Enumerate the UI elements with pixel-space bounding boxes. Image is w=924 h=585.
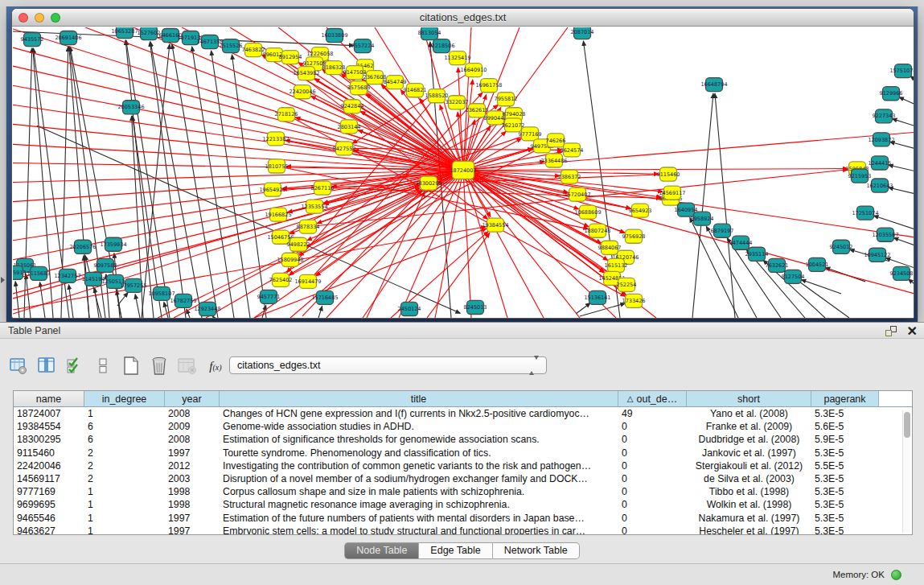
graph-node[interactable]: 20206576	[69, 240, 96, 253]
graph-node[interactable]: 2087014	[571, 27, 594, 39]
network-window[interactable]: citations_edges.txt 89601288912954122260…	[11, 8, 914, 319]
table-row[interactable]: 1830029562008Estimation of significance …	[14, 433, 912, 446]
graph-node[interactable]: 2450124	[398, 302, 421, 315]
graph-node[interactable]: 7625402	[269, 273, 293, 286]
graph-node[interactable]: 20053346	[117, 101, 144, 114]
graph-node[interactable]: 9245012	[830, 240, 853, 253]
graph-node[interactable]: 1527602	[138, 27, 161, 40]
graph-node[interactable]: 16648794	[700, 78, 727, 92]
column-header-title[interactable]: title	[220, 391, 618, 406]
graph-node[interactable]: 8186328	[322, 61, 346, 75]
table-row[interactable]: 946362711997Embryonic stem cells: a mode…	[14, 525, 912, 535]
graph-node[interactable]: 10688609	[574, 205, 601, 219]
table-row[interactable]: 1872400712008Changes of HCN gene express…	[14, 407, 912, 420]
graph-node[interactable]: 15136141	[584, 290, 610, 304]
graph-node[interactable]: 12213382	[262, 132, 289, 146]
graph-node[interactable]: 23364486	[540, 154, 567, 167]
graph-node[interactable]: 8958924	[691, 212, 714, 225]
tab-edge-table[interactable]: Edge Table	[418, 542, 491, 559]
graph-node[interactable]: 8878334	[297, 220, 320, 233]
table-panel-titlebar[interactable]: Table Panel ✕	[0, 322, 924, 339]
graph-node[interactable]: 11325419	[444, 51, 470, 65]
graph-node[interactable]: 7463822	[242, 43, 265, 57]
graph-node[interactable]: 9242844	[341, 100, 364, 113]
graph-node[interactable]: 17251074	[852, 206, 878, 220]
graph-node[interactable]: 7955812	[495, 93, 518, 106]
graph-node[interactable]: 15751074	[889, 64, 914, 78]
tab-node-table[interactable]: Node Table	[344, 542, 418, 559]
graph-node[interactable]: 7632621	[766, 258, 789, 272]
graph-node[interactable]: 8813054	[418, 27, 441, 40]
graph-node[interactable]: 6879197	[711, 224, 734, 237]
scrollbar-thumb[interactable]	[904, 412, 910, 438]
column-header-name[interactable]: name	[14, 391, 84, 406]
graph-node[interactable]: 3624574	[561, 143, 584, 157]
graph-node[interactable]: 12035567	[872, 228, 898, 241]
graph-node[interactable]: 9227343	[873, 109, 896, 123]
table-vertical-scrollbar[interactable]	[902, 410, 910, 533]
float-window-icon[interactable]	[885, 326, 897, 336]
graph-node[interactable]: 8427552	[333, 142, 356, 155]
rows-icon[interactable]	[92, 356, 113, 377]
graph-node[interactable]: 7386372	[558, 170, 581, 183]
table-source-dropdown[interactable]: citations_edges.txt	[229, 356, 547, 374]
graph-node[interactable]: 252254	[617, 278, 637, 291]
column-header-pagerank[interactable]: pagerank	[811, 391, 879, 406]
graph-node[interactable]: 16640910	[460, 64, 487, 77]
column-header-short[interactable]: short	[687, 391, 811, 406]
graph-node[interactable]: 9146821	[404, 84, 427, 97]
table-row[interactable]: 969969511998Structural magnetic resonanc…	[14, 498, 912, 511]
function-builder-icon[interactable]: f(x)	[205, 356, 226, 377]
node-table[interactable]: namein_degreeyeartitle△out_de…shortpager…	[13, 390, 913, 535]
graph-node[interactable]: 9097588	[94, 258, 117, 272]
graph-node[interactable]: 9457771	[257, 290, 281, 303]
graph-node[interactable]: 1810755	[265, 159, 289, 173]
column-header-year[interactable]: year	[165, 391, 220, 406]
graph-node[interactable]: 9215953	[848, 169, 872, 183]
graph-node[interactable]: 2718126	[275, 108, 298, 122]
graph-node[interactable]: 9756928	[622, 229, 646, 243]
left-panel-collapsed-strip[interactable]	[0, 6, 6, 322]
close-icon[interactable]: ✕	[907, 323, 918, 339]
graph-node[interactable]: 9115460	[657, 167, 680, 181]
graph-node[interactable]: 12923448	[194, 302, 220, 315]
graph-node[interactable]: 19654925	[259, 183, 285, 196]
column-header-outde[interactable]: △out_de…	[618, 391, 687, 406]
table-row[interactable]: 911546021997Tourette syndrome. Phenomeno…	[14, 447, 912, 459]
table-row[interactable]: 946554611997Estimation of the future num…	[14, 512, 912, 525]
select-all-icon[interactable]	[64, 356, 85, 377]
graph-node[interactable]: 8245013	[464, 300, 487, 314]
graph-node[interactable]: 7557224	[351, 39, 375, 53]
right-panel-collapsed-strip[interactable]	[918, 6, 924, 322]
delete-rows-icon[interactable]	[149, 356, 170, 377]
tab-network-table[interactable]: Network Table	[492, 542, 580, 559]
panel-expand-arrow-icon[interactable]	[1, 277, 5, 283]
table-row[interactable]: 1938455462009Genome-wide association stu…	[14, 420, 912, 433]
graph-node[interactable]: 10945122	[864, 248, 890, 262]
graph-node[interactable]: 17359934	[100, 237, 126, 251]
graph-node[interactable]: 8127504	[782, 270, 805, 283]
graph-node[interactable]: 2935114	[745, 247, 769, 261]
table-row[interactable]: 2242004622012Investigating the contribut…	[14, 459, 912, 472]
graph-node[interactable]: 7515526	[220, 39, 243, 53]
graph-node[interactable]: 9435572	[21, 33, 44, 47]
graph-node[interactable]: 9129966	[880, 87, 903, 101]
graph-node[interactable]: 16033809	[321, 29, 347, 43]
new-table-icon[interactable]	[121, 356, 142, 377]
graph-node[interactable]: 9234508	[890, 266, 914, 280]
graph-node[interactable]: 19166825	[265, 208, 291, 221]
graph-node[interactable]: 12218506	[428, 39, 454, 53]
graph-node[interactable]: 1004521	[806, 257, 829, 271]
graph-node[interactable]: 3575685	[347, 81, 371, 95]
memory-ok-indicator-icon[interactable]	[891, 570, 901, 580]
graph-node[interactable]: 2803144	[338, 120, 361, 134]
graph-node[interactable]: 8912954	[279, 51, 302, 64]
graph-node[interactable]: 1615132	[605, 258, 628, 272]
graph-node[interactable]: 19384554	[482, 218, 508, 232]
table-row[interactable]: 1456911722003Disruption of a novel membe…	[14, 472, 912, 485]
table-row[interactable]: 977716911998Corpus callosum shape and si…	[14, 485, 912, 498]
graph-node[interactable]: 9498222	[287, 237, 310, 251]
show-column-icon[interactable]	[36, 356, 57, 377]
graph-node[interactable]: 9654923	[629, 204, 652, 217]
graph-node[interactable]: 9474444	[729, 236, 753, 249]
